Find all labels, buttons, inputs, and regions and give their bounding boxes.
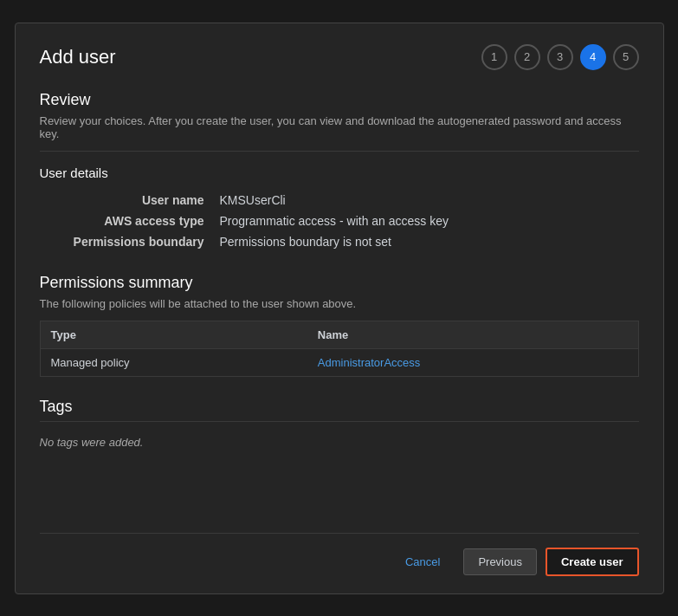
- step-1: 1: [481, 44, 507, 70]
- step-3: 3: [547, 44, 573, 70]
- permissions-table-row: Managed policy AdministratorAccess: [40, 348, 638, 376]
- step-5: 5: [613, 44, 639, 70]
- value-username: KMSUserCli: [216, 191, 637, 210]
- cancel-button[interactable]: Cancel: [391, 548, 455, 575]
- no-tags-message: No tags were added.: [40, 436, 639, 449]
- table-row: Permissions boundary Permissions boundar…: [42, 232, 637, 251]
- policy-type: Managed policy: [40, 348, 307, 376]
- label-access-type: AWS access type: [42, 211, 215, 230]
- review-section: Review Review your choices. After you cr…: [40, 91, 639, 253]
- modal-header: Add user 1 2 3 4 5: [40, 44, 639, 70]
- col-name: Name: [307, 321, 638, 348]
- review-description: Review your choices. After you create th…: [40, 114, 639, 140]
- divider-2: [40, 421, 639, 422]
- review-title: Review: [40, 91, 639, 109]
- user-details-title: User details: [40, 165, 639, 180]
- permissions-section: Permissions summary The following polici…: [40, 274, 639, 377]
- add-user-modal: Add user 1 2 3 4 5 Review Review your ch…: [15, 23, 664, 594]
- value-permissions-boundary: Permissions boundary is not set: [216, 232, 637, 251]
- tags-section: Tags No tags were added.: [40, 398, 639, 449]
- create-user-button[interactable]: Create user: [546, 548, 639, 576]
- step-4: 4: [580, 44, 606, 70]
- user-details-table: User name KMSUserCli AWS access type Pro…: [40, 189, 639, 253]
- label-username: User name: [42, 191, 215, 210]
- table-row: User name KMSUserCli: [42, 191, 637, 210]
- administrator-access-link[interactable]: AdministratorAccess: [318, 356, 420, 369]
- table-row: AWS access type Programmatic access - wi…: [42, 211, 637, 230]
- col-type: Type: [40, 321, 307, 348]
- value-access-type: Programmatic access - with an access key: [216, 211, 637, 230]
- policy-name: AdministratorAccess: [307, 348, 638, 376]
- label-permissions-boundary: Permissions boundary: [42, 232, 215, 251]
- steps-indicator: 1 2 3 4 5: [481, 44, 639, 70]
- tags-title: Tags: [40, 398, 639, 416]
- step-2: 2: [514, 44, 540, 70]
- modal-footer: Cancel Previous Create user: [40, 533, 639, 576]
- permissions-summary-desc: The following policies will be attached …: [40, 297, 639, 310]
- permissions-summary-title: Permissions summary: [40, 274, 639, 292]
- permissions-table: Type Name Managed policy AdministratorAc…: [40, 321, 639, 377]
- modal-title: Add user: [40, 46, 116, 68]
- divider-1: [40, 151, 639, 152]
- permissions-table-header: Type Name: [40, 321, 638, 348]
- previous-button[interactable]: Previous: [463, 548, 537, 575]
